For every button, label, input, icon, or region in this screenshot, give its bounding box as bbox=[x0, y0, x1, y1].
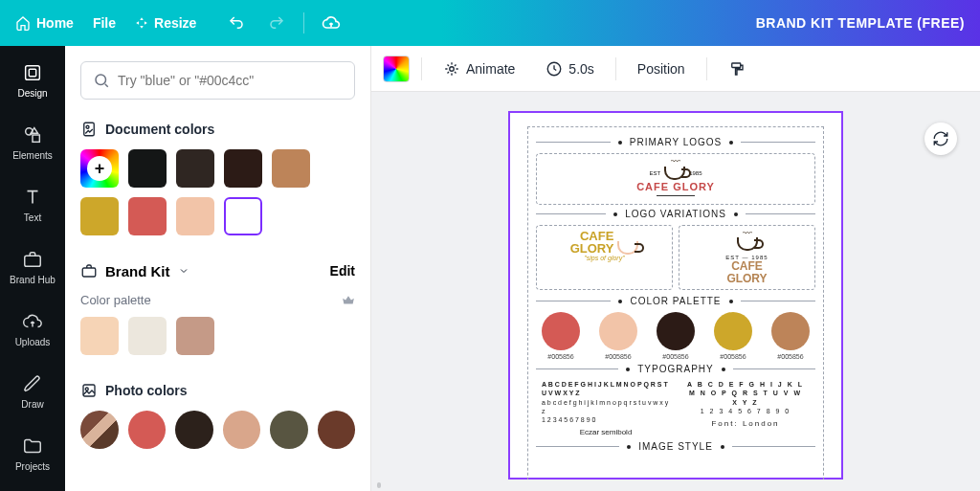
document-colors-header: Document colors bbox=[80, 121, 355, 138]
color-swatch[interactable] bbox=[176, 317, 214, 355]
animate-button[interactable]: Animate bbox=[434, 55, 524, 83]
color-swatch[interactable] bbox=[224, 197, 262, 235]
svg-point-11 bbox=[450, 66, 455, 71]
document-icon bbox=[80, 121, 98, 138]
color-swatch[interactable] bbox=[128, 411, 167, 449]
palette-swatch[interactable]: #005856 bbox=[657, 312, 695, 360]
document-title[interactable]: BRAND KIT TEMPLATE (FREE) bbox=[756, 15, 965, 31]
folder-icon bbox=[21, 435, 44, 458]
color-swatch[interactable] bbox=[80, 197, 119, 235]
design-icon bbox=[21, 61, 44, 84]
color-swatch[interactable] bbox=[318, 411, 356, 449]
photo-colors-header: Photo colors bbox=[80, 382, 355, 399]
canvas-viewport[interactable]: PRIMARY LOGOS 〰 EST 1985 CAFE GLORY bbox=[371, 92, 980, 480]
brand-colors-row bbox=[80, 317, 355, 355]
color-swatch[interactable] bbox=[176, 149, 214, 188]
horizontal-scrollbar[interactable] bbox=[371, 480, 980, 491]
clock-icon bbox=[546, 60, 563, 78]
rail-design[interactable]: Design bbox=[0, 56, 65, 104]
duration-button[interactable]: 5.0s bbox=[536, 55, 603, 83]
side-panel: Document colors Brand Kit Edit Color pal… bbox=[65, 46, 371, 491]
palette-swatch[interactable]: #005856 bbox=[714, 312, 752, 360]
section-logo-variations: LOGO VARIATIONS bbox=[625, 209, 726, 219]
tool-rail: Design Elements Text Brand Hub Uploads D… bbox=[0, 46, 65, 491]
crown-icon bbox=[342, 294, 355, 307]
svg-rect-0 bbox=[26, 66, 40, 80]
logo-variation-2[interactable]: 〰 EST — 1985 CAFE GLORY bbox=[679, 225, 815, 290]
typography-sample-2[interactable]: A B C D E F G H I J K L M N O P Q R S T … bbox=[681, 380, 810, 437]
palette-swatch[interactable]: #005856 bbox=[599, 312, 637, 360]
undo-button[interactable] bbox=[223, 10, 250, 36]
canvas-area: Animate 5.0s Position PRIMARY LOGOS bbox=[371, 46, 980, 491]
regenerate-button[interactable] bbox=[924, 123, 957, 155]
logo-variation-1[interactable]: CAFE GLORY "sips of glory" bbox=[536, 225, 673, 290]
file-menu[interactable]: File bbox=[93, 15, 116, 31]
svg-rect-4 bbox=[25, 256, 41, 266]
color-swatch[interactable] bbox=[128, 149, 167, 188]
typography-sample-1[interactable]: A B C D E F G H I J K L M N O P Q R S T … bbox=[542, 380, 670, 437]
redo-button[interactable] bbox=[263, 10, 290, 36]
color-swatch[interactable] bbox=[176, 197, 214, 235]
color-swatch[interactable] bbox=[272, 149, 310, 188]
paint-roller-icon bbox=[728, 60, 746, 78]
home-menu[interactable]: Home bbox=[15, 15, 74, 31]
section-image-style: IMAGE STYLE bbox=[638, 441, 713, 452]
color-swatch[interactable] bbox=[270, 411, 308, 449]
brand-kit-edit-button[interactable]: Edit bbox=[330, 263, 355, 279]
rail-text[interactable]: Text bbox=[0, 180, 65, 229]
svg-rect-8 bbox=[82, 268, 96, 277]
color-swatch[interactable] bbox=[128, 317, 167, 355]
rail-draw[interactable]: Draw bbox=[0, 367, 65, 415]
resize-menu[interactable]: Resize bbox=[135, 15, 196, 31]
document-colors-row bbox=[80, 149, 355, 235]
svg-point-5 bbox=[96, 75, 106, 85]
design-page[interactable]: PRIMARY LOGOS 〰 EST 1985 CAFE GLORY bbox=[508, 111, 843, 480]
sparkle-icon bbox=[443, 60, 460, 78]
svg-rect-9 bbox=[83, 385, 95, 396]
svg-rect-13 bbox=[731, 63, 740, 68]
text-icon bbox=[21, 186, 44, 209]
color-swatch[interactable] bbox=[175, 411, 213, 449]
image-icon bbox=[80, 382, 98, 399]
rail-projects[interactable]: Projects bbox=[0, 429, 65, 478]
briefcase-icon bbox=[21, 248, 44, 271]
fill-color-swatch[interactable] bbox=[383, 56, 410, 82]
top-menubar: Home File Resize BRAND KIT TEMPLATE (FRE… bbox=[0, 0, 980, 46]
format-painter-button[interactable] bbox=[719, 55, 755, 83]
elements-icon bbox=[21, 123, 44, 146]
rail-uploads[interactable]: Uploads bbox=[0, 304, 65, 353]
color-swatch[interactable] bbox=[223, 411, 261, 449]
color-search-input[interactable] bbox=[118, 73, 343, 88]
primary-logo[interactable]: 〰 EST 1985 CAFE GLORY bbox=[536, 153, 815, 205]
palette-swatch[interactable]: #005856 bbox=[771, 312, 810, 360]
rail-elements[interactable]: Elements bbox=[0, 118, 65, 167]
refresh-icon bbox=[932, 130, 949, 147]
canvas-toolbar: Animate 5.0s Position bbox=[371, 46, 980, 92]
color-swatch[interactable] bbox=[224, 149, 262, 188]
brand-kit-header[interactable]: Brand Kit bbox=[80, 262, 189, 279]
cloud-upload-icon bbox=[21, 310, 44, 333]
svg-point-10 bbox=[85, 388, 88, 391]
color-search[interactable] bbox=[80, 61, 355, 100]
section-color-palette: COLOR PALETTE bbox=[630, 296, 721, 306]
color-swatch[interactable] bbox=[80, 317, 119, 355]
photo-colors-row bbox=[80, 411, 355, 449]
svg-rect-1 bbox=[29, 69, 35, 76]
photo-source-thumb[interactable] bbox=[80, 411, 119, 449]
add-color-button[interactable] bbox=[80, 149, 119, 188]
pencil-icon bbox=[21, 372, 44, 395]
briefcase-icon bbox=[80, 262, 98, 279]
palette-swatch[interactable]: #005856 bbox=[542, 312, 580, 360]
rail-brand-hub[interactable]: Brand Hub bbox=[0, 242, 65, 291]
color-palette-label: Color palette bbox=[80, 293, 151, 307]
position-button[interactable]: Position bbox=[628, 56, 695, 82]
section-primary-logos: PRIMARY LOGOS bbox=[630, 137, 723, 147]
cloud-sync-icon[interactable] bbox=[318, 10, 345, 36]
svg-rect-3 bbox=[33, 135, 39, 142]
section-typography: TYPOGRAPHY bbox=[637, 364, 713, 374]
color-swatch[interactable] bbox=[128, 197, 167, 235]
chevron-down-icon bbox=[178, 265, 189, 277]
svg-point-7 bbox=[86, 125, 89, 128]
search-icon bbox=[93, 72, 110, 89]
page-palette-row: #005856#005856#005856#005856#005856 bbox=[542, 312, 810, 360]
